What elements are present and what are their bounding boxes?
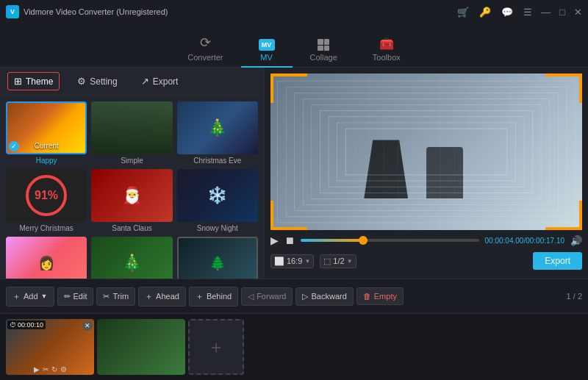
aspect-ratio-icon: ⬜ — [274, 257, 284, 266]
ahead-label: Ahead — [156, 292, 179, 301]
key-icon[interactable]: 🔑 — [479, 7, 491, 18]
progress-bar[interactable] — [301, 239, 479, 242]
forward-icon: ◁ — [248, 292, 254, 301]
theme-current-label: Current — [7, 142, 85, 150]
nav-converter[interactable]: ⟳ Converter — [170, 30, 240, 68]
menu-icon[interactable]: ☰ — [523, 7, 532, 18]
corner-tr — [545, 74, 582, 103]
theme-item-christmas-tree[interactable]: 🎄 Christmas Tree — [91, 237, 172, 279]
clip-rotate-1[interactable]: ↻ — [51, 365, 57, 373]
theme-item-simple[interactable]: Simple — [91, 101, 172, 165]
forward-button[interactable]: ◁ Forward — [241, 287, 293, 306]
clip-time-icon-1: ⏱ — [10, 321, 16, 329]
theme-grid-icon: ⊞ — [14, 76, 22, 87]
clip-strip: ⏱ 00:00:10 ✕ ▶ ✂ ↻ ⚙ ＋ — [0, 314, 588, 380]
behind-icon: ＋ — [196, 291, 204, 302]
add-button[interactable]: ＋ Add ▼ — [6, 287, 54, 306]
controls-bar: ▶ ⏹ 00:00:04.00/00:00:17.10 🔊 — [270, 230, 582, 249]
ahead-icon: ＋ — [145, 291, 153, 302]
maximize-button[interactable]: □ — [559, 7, 565, 18]
backward-button[interactable]: ▷ Backward — [295, 287, 353, 306]
progress-thumb — [359, 236, 368, 245]
theme-happy-label: Happy — [36, 157, 57, 165]
clip-trim-1[interactable]: ✂ — [43, 365, 49, 373]
title-bar-icons: 🛒 🔑 💬 ☰ — [457, 7, 532, 18]
theme-santa-claus-label: Santa Claus — [112, 224, 151, 232]
edit-icon: ✏ — [64, 292, 71, 301]
close-button[interactable]: ✕ — [574, 7, 582, 18]
subnav-theme-label: Theme — [26, 76, 53, 87]
nav-converter-label: Converter — [187, 53, 223, 62]
ahead-button[interactable]: ＋ Ahead — [138, 287, 186, 306]
clip-close-1[interactable]: ✕ — [82, 320, 93, 331]
aspect-dropdown-arrow: ▼ — [304, 258, 310, 265]
corner-tl — [270, 74, 307, 103]
play-button[interactable]: ▶ — [270, 234, 279, 246]
minimize-button[interactable]: — — [541, 7, 551, 18]
subnav-theme[interactable]: ⊞ Theme — [7, 72, 60, 90]
corner-br — [545, 201, 582, 230]
empty-button[interactable]: 🗑 Empty — [356, 287, 404, 305]
clip-play-1[interactable]: ▶ — [34, 365, 40, 373]
theme-item-stripes-waves[interactable]: 👩 Stripes & Waves — [6, 237, 87, 279]
cart-icon[interactable]: 🛒 — [457, 7, 469, 18]
theme-item-current[interactable]: ✓ Current Happy — [6, 101, 87, 165]
volume-icon[interactable]: 🔊 — [570, 235, 582, 246]
backward-icon: ▷ — [302, 292, 308, 301]
theme-item-merry-christmas[interactable]: 91% Merry Christmas — [6, 169, 87, 232]
nav-toolbox-label: Toolbox — [373, 53, 401, 62]
subnav-setting[interactable]: ⚙ Setting — [71, 73, 123, 90]
nav-collage[interactable]: Collage — [293, 35, 355, 68]
nav-toolbox[interactable]: 🧰 Toolbox — [355, 32, 418, 68]
subnav-export[interactable]: ↗ Export — [135, 73, 184, 90]
export-button[interactable]: Export — [533, 252, 582, 270]
toolbox-icon: 🧰 — [379, 37, 394, 51]
theme-snowy-night-label: Snowy Night — [197, 224, 238, 232]
time-total: 00:00:17.10 — [526, 237, 564, 245]
forward-label: Forward — [257, 292, 286, 301]
subnav-export-label: Export — [153, 76, 179, 87]
behind-label: Behind — [207, 292, 232, 301]
bottom-controls: ⬜ 16:9 ▼ ⬚ 1/2 ▼ Export — [270, 249, 582, 273]
page-select[interactable]: ⬚ 1/2 ▼ — [320, 254, 356, 268]
backward-label: Backward — [311, 292, 346, 301]
theme-item-christmas-eve[interactable]: 🎄 Christmas Eve — [177, 101, 258, 165]
app-icon: V — [6, 5, 19, 18]
edit-label: Edit — [74, 292, 87, 301]
sub-nav: ⊞ Theme ⚙ Setting ↗ Export — [0, 68, 264, 96]
behind-button[interactable]: ＋ Behind — [189, 287, 238, 306]
theme-item-snowy-night[interactable]: ❄️ Snowy Night — [177, 169, 258, 232]
add-clip-button[interactable]: ＋ — [188, 319, 244, 375]
clip-item-2[interactable] — [97, 319, 185, 375]
theme-item-beautiful-christmas[interactable]: 🌲 Beautiful Christmas — [177, 237, 258, 279]
time-current: 00:00:04.00 — [485, 237, 524, 245]
title-bar: V Vidmore Video Converter (Unregistered)… — [0, 0, 588, 24]
nav-mv-label: MV — [260, 53, 273, 62]
nav-collage-label: Collage — [310, 53, 337, 62]
edit-button[interactable]: ✏ Edit — [57, 287, 94, 306]
clip-thumb-2 — [97, 319, 185, 375]
nav-mv[interactable]: MV MV — [241, 35, 293, 68]
add-label: Add — [24, 292, 38, 301]
subnav-setting-label: Setting — [90, 76, 117, 87]
trim-button[interactable]: ✂ Trim — [96, 287, 135, 306]
progress-fill — [301, 239, 363, 242]
time-display: 00:00:04.00/00:00:17.10 — [485, 237, 564, 245]
add-arrow-icon: ▼ — [41, 293, 48, 300]
theme-item-santa-claus[interactable]: 🎅 Santa Claus — [91, 169, 172, 232]
aspect-ratio-select[interactable]: ⬜ 16:9 ▼ — [270, 254, 314, 268]
clip-item-1[interactable]: ⏱ 00:00:10 ✕ ▶ ✂ ↻ ⚙ — [6, 319, 94, 375]
video-preview-inner — [270, 74, 582, 230]
clip-settings-1[interactable]: ⚙ — [60, 365, 67, 373]
chat-icon[interactable]: 💬 — [501, 7, 513, 18]
right-panel: ▶ ⏹ 00:00:04.00/00:00:17.10 🔊 ⬜ 16:9 ▼ ⬚… — [265, 68, 588, 279]
page-value: 1/2 — [333, 257, 344, 265]
page-dropdown-arrow: ▼ — [347, 258, 353, 265]
converter-icon: ⟳ — [200, 35, 211, 51]
preview-transition-svg — [270, 74, 582, 230]
mv-icon: MV — [259, 39, 275, 51]
add-icon: ＋ — [12, 291, 21, 302]
corner-bl — [270, 201, 307, 230]
stop-button[interactable]: ⏹ — [284, 234, 295, 246]
timeline-bar: ＋ Add ▼ ✏ Edit ✂ Trim ＋ Ahead ＋ Behind ◁… — [0, 279, 588, 314]
